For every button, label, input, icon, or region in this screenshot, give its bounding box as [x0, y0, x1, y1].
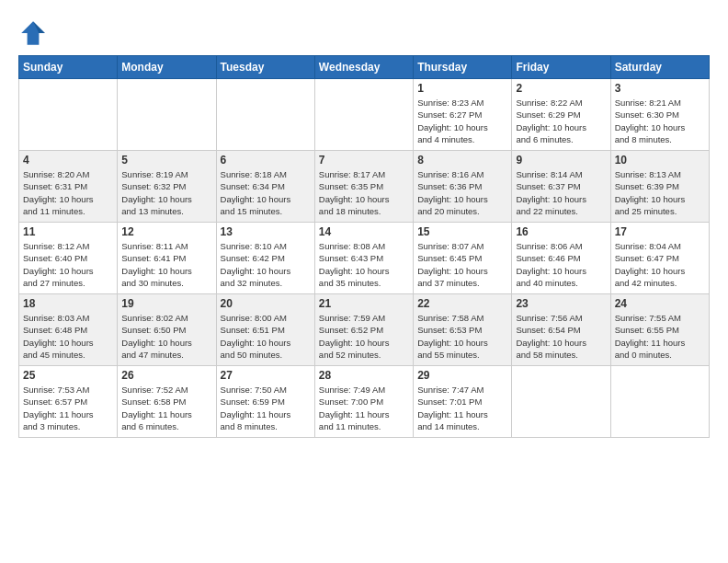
cell-date: 13 — [221, 225, 311, 238]
calendar-cell: 11Sunrise: 8:12 AM Sunset: 6:40 PM Dayli… — [19, 223, 118, 294]
cell-info: Sunrise: 7:49 AM Sunset: 7:00 PM Dayligh… — [319, 384, 409, 432]
week-row-4: 18Sunrise: 8:03 AM Sunset: 6:48 PM Dayli… — [19, 294, 710, 366]
cell-date: 4 — [23, 154, 113, 167]
cell-info: Sunrise: 8:07 AM Sunset: 6:45 PM Dayligh… — [417, 240, 507, 289]
cell-info: Sunrise: 8:11 AM Sunset: 6:41 PM Dayligh… — [121, 240, 211, 289]
logo — [18, 18, 51, 48]
cell-info: Sunrise: 7:47 AM Sunset: 7:01 PM Dayligh… — [417, 384, 507, 432]
cell-info: Sunrise: 7:59 AM Sunset: 6:52 PM Dayligh… — [319, 312, 409, 361]
cell-info: Sunrise: 8:08 AM Sunset: 6:43 PM Dayligh… — [319, 240, 409, 289]
calendar-cell: 22Sunrise: 7:58 AM Sunset: 6:53 PM Dayli… — [414, 294, 512, 366]
cell-date: 20 — [221, 297, 311, 310]
weekday-header-monday: Monday — [118, 56, 216, 79]
cell-date: 24 — [615, 297, 705, 310]
calendar-cell: 17Sunrise: 8:04 AM Sunset: 6:47 PM Dayli… — [610, 223, 709, 294]
page: SundayMondayTuesdayWednesdayThursdayFrid… — [0, 0, 728, 447]
cell-info: Sunrise: 8:00 AM Sunset: 6:51 PM Dayligh… — [221, 312, 311, 361]
cell-date: 18 — [23, 297, 113, 310]
calendar-cell: 28Sunrise: 7:49 AM Sunset: 7:00 PM Dayli… — [314, 366, 413, 438]
week-row-1: 1Sunrise: 8:23 AM Sunset: 6:27 PM Daylig… — [19, 79, 710, 151]
cell-date: 23 — [516, 297, 606, 310]
calendar-cell: 1Sunrise: 8:23 AM Sunset: 6:27 PM Daylig… — [414, 79, 512, 151]
weekday-header-sunday: Sunday — [19, 56, 118, 79]
calendar-cell: 18Sunrise: 8:03 AM Sunset: 6:48 PM Dayli… — [19, 294, 118, 366]
calendar-cell: 23Sunrise: 7:56 AM Sunset: 6:54 PM Dayli… — [512, 294, 610, 366]
cell-info: Sunrise: 8:14 AM Sunset: 6:37 PM Dayligh… — [516, 168, 606, 217]
logo-icon — [18, 18, 48, 48]
calendar-cell: 27Sunrise: 7:50 AM Sunset: 6:59 PM Dayli… — [216, 366, 314, 438]
cell-info: Sunrise: 7:52 AM Sunset: 6:58 PM Dayligh… — [121, 384, 211, 432]
cell-date: 9 — [516, 154, 606, 167]
weekday-header-saturday: Saturday — [610, 56, 709, 79]
cell-info: Sunrise: 8:06 AM Sunset: 6:46 PM Dayligh… — [516, 240, 606, 289]
cell-info: Sunrise: 7:58 AM Sunset: 6:53 PM Dayligh… — [417, 312, 507, 361]
cell-info: Sunrise: 8:12 AM Sunset: 6:40 PM Dayligh… — [23, 240, 113, 289]
cell-date: 11 — [23, 225, 113, 238]
cell-date: 7 — [319, 154, 409, 167]
calendar-cell: 26Sunrise: 7:52 AM Sunset: 6:58 PM Dayli… — [118, 366, 216, 438]
calendar-cell: 4Sunrise: 8:20 AM Sunset: 6:31 PM Daylig… — [19, 151, 118, 223]
cell-info: Sunrise: 8:21 AM Sunset: 6:30 PM Dayligh… — [615, 97, 705, 145]
cell-date: 26 — [121, 369, 211, 382]
calendar-cell: 3Sunrise: 8:21 AM Sunset: 6:30 PM Daylig… — [610, 79, 709, 151]
calendar-cell — [118, 79, 216, 151]
cell-date: 8 — [417, 154, 507, 167]
calendar-cell — [512, 366, 610, 438]
weekday-header-tuesday: Tuesday — [216, 56, 314, 79]
cell-date: 27 — [221, 369, 311, 382]
cell-date: 15 — [417, 225, 507, 238]
cell-info: Sunrise: 8:10 AM Sunset: 6:42 PM Dayligh… — [221, 240, 311, 289]
cell-date: 21 — [319, 297, 409, 310]
weekday-header-thursday: Thursday — [414, 56, 512, 79]
cell-date: 29 — [417, 369, 507, 382]
cell-date: 28 — [319, 369, 409, 382]
calendar-cell — [19, 79, 118, 151]
weekday-row: SundayMondayTuesdayWednesdayThursdayFrid… — [19, 56, 710, 79]
cell-date: 17 — [615, 225, 705, 238]
week-row-2: 4Sunrise: 8:20 AM Sunset: 6:31 PM Daylig… — [19, 151, 710, 223]
week-row-5: 25Sunrise: 7:53 AM Sunset: 6:57 PM Dayli… — [19, 366, 710, 438]
cell-date: 2 — [516, 82, 606, 95]
calendar-cell — [216, 79, 314, 151]
calendar-cell — [314, 79, 413, 151]
calendar: SundayMondayTuesdayWednesdayThursdayFrid… — [18, 55, 710, 438]
cell-date: 10 — [615, 154, 705, 167]
cell-date: 14 — [319, 225, 409, 238]
cell-date: 6 — [221, 154, 311, 167]
weekday-header-wednesday: Wednesday — [314, 56, 413, 79]
calendar-cell: 13Sunrise: 8:10 AM Sunset: 6:42 PM Dayli… — [216, 223, 314, 294]
cell-info: Sunrise: 8:04 AM Sunset: 6:47 PM Dayligh… — [615, 240, 705, 289]
calendar-cell: 8Sunrise: 8:16 AM Sunset: 6:36 PM Daylig… — [414, 151, 512, 223]
calendar-cell: 12Sunrise: 8:11 AM Sunset: 6:41 PM Dayli… — [118, 223, 216, 294]
cell-info: Sunrise: 8:16 AM Sunset: 6:36 PM Dayligh… — [417, 168, 507, 217]
calendar-cell: 14Sunrise: 8:08 AM Sunset: 6:43 PM Dayli… — [314, 223, 413, 294]
calendar-cell: 29Sunrise: 7:47 AM Sunset: 7:01 PM Dayli… — [414, 366, 512, 438]
calendar-cell: 20Sunrise: 8:00 AM Sunset: 6:51 PM Dayli… — [216, 294, 314, 366]
calendar-cell: 24Sunrise: 7:55 AM Sunset: 6:55 PM Dayli… — [610, 294, 709, 366]
cell-date: 12 — [121, 225, 211, 238]
cell-info: Sunrise: 8:20 AM Sunset: 6:31 PM Dayligh… — [23, 168, 113, 217]
cell-info: Sunrise: 8:19 AM Sunset: 6:32 PM Dayligh… — [121, 168, 211, 217]
calendar-cell: 15Sunrise: 8:07 AM Sunset: 6:45 PM Dayli… — [414, 223, 512, 294]
cell-info: Sunrise: 8:17 AM Sunset: 6:35 PM Dayligh… — [319, 168, 409, 217]
cell-info: Sunrise: 8:22 AM Sunset: 6:29 PM Dayligh… — [516, 97, 606, 145]
cell-date: 3 — [615, 82, 705, 95]
calendar-cell: 19Sunrise: 8:02 AM Sunset: 6:50 PM Dayli… — [118, 294, 216, 366]
calendar-cell: 21Sunrise: 7:59 AM Sunset: 6:52 PM Dayli… — [314, 294, 413, 366]
week-row-3: 11Sunrise: 8:12 AM Sunset: 6:40 PM Dayli… — [19, 223, 710, 294]
cell-date: 1 — [417, 82, 507, 95]
cell-date: 5 — [121, 154, 211, 167]
cell-info: Sunrise: 7:56 AM Sunset: 6:54 PM Dayligh… — [516, 312, 606, 361]
cell-date: 19 — [121, 297, 211, 310]
calendar-cell: 16Sunrise: 8:06 AM Sunset: 6:46 PM Dayli… — [512, 223, 610, 294]
calendar-cell: 25Sunrise: 7:53 AM Sunset: 6:57 PM Dayli… — [19, 366, 118, 438]
cell-info: Sunrise: 8:23 AM Sunset: 6:27 PM Dayligh… — [417, 97, 507, 145]
calendar-cell: 2Sunrise: 8:22 AM Sunset: 6:29 PM Daylig… — [512, 79, 610, 151]
cell-date: 22 — [417, 297, 507, 310]
cell-info: Sunrise: 8:02 AM Sunset: 6:50 PM Dayligh… — [121, 312, 211, 361]
cell-info: Sunrise: 7:53 AM Sunset: 6:57 PM Dayligh… — [23, 384, 113, 432]
cell-info: Sunrise: 7:50 AM Sunset: 6:59 PM Dayligh… — [221, 384, 311, 432]
calendar-cell — [610, 366, 709, 438]
calendar-cell: 9Sunrise: 8:14 AM Sunset: 6:37 PM Daylig… — [512, 151, 610, 223]
calendar-cell: 7Sunrise: 8:17 AM Sunset: 6:35 PM Daylig… — [314, 151, 413, 223]
